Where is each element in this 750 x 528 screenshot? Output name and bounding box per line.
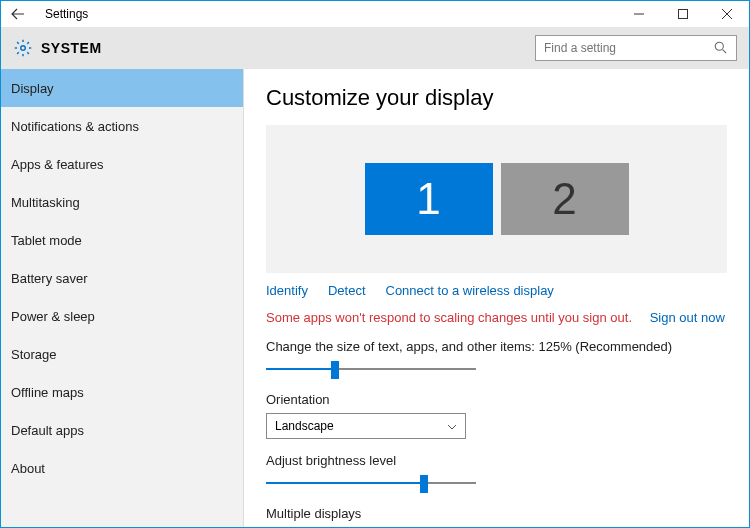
- sidebar-item-label: About: [11, 461, 45, 476]
- close-button[interactable]: [705, 1, 749, 27]
- text-size-slider[interactable]: [266, 360, 476, 378]
- scaling-warning: Some apps won't respond to scaling chang…: [266, 310, 632, 325]
- sidebar-item-label: Multitasking: [11, 195, 80, 210]
- titlebar: Settings: [1, 1, 749, 27]
- text-size-label: Change the size of text, apps, and other…: [266, 339, 727, 354]
- sign-out-link[interactable]: Sign out now: [650, 310, 725, 325]
- sidebar-item-label: Storage: [11, 347, 57, 362]
- gear-icon: [13, 38, 33, 58]
- sidebar-item-label: Apps & features: [11, 157, 104, 172]
- sidebar-item-multitasking[interactable]: Multitasking: [1, 183, 243, 221]
- scaling-warning-row: Some apps won't respond to scaling chang…: [266, 310, 727, 325]
- sidebar: Display Notifications & actions Apps & f…: [1, 69, 244, 527]
- sidebar-item-notifications[interactable]: Notifications & actions: [1, 107, 243, 145]
- search-icon: [714, 41, 728, 55]
- sidebar-item-display[interactable]: Display: [1, 69, 243, 107]
- identify-link[interactable]: Identify: [266, 283, 308, 298]
- search-box[interactable]: [535, 35, 737, 61]
- sidebar-item-label: Display: [11, 81, 54, 96]
- minimize-button[interactable]: [617, 1, 661, 27]
- search-input[interactable]: [544, 41, 714, 55]
- svg-line-6: [723, 50, 727, 54]
- sidebar-item-label: Offline maps: [11, 385, 84, 400]
- back-button[interactable]: [5, 1, 31, 27]
- sidebar-item-label: Notifications & actions: [11, 119, 139, 134]
- multiple-displays-label: Multiple displays: [266, 506, 727, 521]
- monitor-1[interactable]: 1: [365, 163, 493, 235]
- orientation-label: Orientation: [266, 392, 727, 407]
- sidebar-item-battery-saver[interactable]: Battery saver: [1, 259, 243, 297]
- sidebar-item-about[interactable]: About: [1, 449, 243, 487]
- header-title: SYSTEM: [41, 40, 102, 56]
- sidebar-item-power-sleep[interactable]: Power & sleep: [1, 297, 243, 335]
- page-title: Customize your display: [266, 85, 727, 111]
- content: Customize your display 1 2 Identify Dete…: [244, 69, 749, 527]
- app-title: Settings: [31, 7, 88, 21]
- brightness-slider[interactable]: [266, 474, 476, 492]
- header: SYSTEM: [1, 27, 749, 69]
- wireless-display-link[interactable]: Connect to a wireless display: [386, 283, 554, 298]
- detect-link[interactable]: Detect: [328, 283, 366, 298]
- sidebar-item-tablet-mode[interactable]: Tablet mode: [1, 221, 243, 259]
- monitor-preview: 1 2: [266, 125, 727, 273]
- svg-point-4: [21, 46, 26, 51]
- svg-point-5: [715, 42, 723, 50]
- chevron-down-icon: [447, 421, 457, 431]
- slider-thumb[interactable]: [420, 475, 428, 493]
- sidebar-item-label: Battery saver: [11, 271, 88, 286]
- sidebar-item-storage[interactable]: Storage: [1, 335, 243, 373]
- monitor-2[interactable]: 2: [501, 163, 629, 235]
- display-links: Identify Detect Connect to a wireless di…: [266, 283, 727, 298]
- sidebar-item-label: Power & sleep: [11, 309, 95, 324]
- sidebar-item-default-apps[interactable]: Default apps: [1, 411, 243, 449]
- sidebar-item-label: Tablet mode: [11, 233, 82, 248]
- maximize-button[interactable]: [661, 1, 705, 27]
- orientation-select[interactable]: Landscape: [266, 413, 466, 439]
- svg-rect-1: [679, 10, 688, 19]
- sidebar-item-apps[interactable]: Apps & features: [1, 145, 243, 183]
- slider-thumb[interactable]: [331, 361, 339, 379]
- sidebar-item-offline-maps[interactable]: Offline maps: [1, 373, 243, 411]
- sidebar-item-label: Default apps: [11, 423, 84, 438]
- orientation-value: Landscape: [275, 419, 334, 433]
- brightness-label: Adjust brightness level: [266, 453, 727, 468]
